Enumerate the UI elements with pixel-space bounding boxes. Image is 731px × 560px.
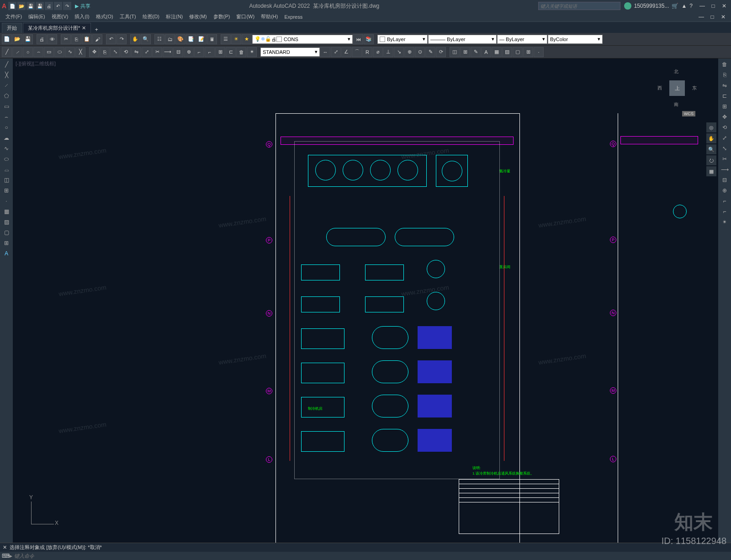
tb-block-create[interactable]: ⊞	[460, 47, 470, 57]
tb-dim-edit[interactable]: ✎	[425, 47, 435, 57]
tb-scale[interactable]: ⤢	[142, 47, 152, 57]
layer-dropdown[interactable]: 💡❄🔓🖨 CONS ▾	[252, 35, 353, 44]
tb-line[interactable]: ╱	[2, 47, 12, 57]
help-search-input[interactable]	[538, 2, 620, 10]
tb-break[interactable]: ⊟	[173, 47, 183, 57]
lt-polygon[interactable]: ⬠	[1, 91, 12, 101]
menu-insert[interactable]: 插入(I)	[72, 12, 92, 21]
rt-stretch[interactable]: ⤡	[719, 143, 730, 153]
menu-parametric[interactable]: 参数(P)	[211, 12, 233, 21]
viewcube-w[interactable]: 西	[657, 85, 662, 91]
tb-zoom[interactable]: 🔍	[141, 34, 151, 44]
viewcube-e[interactable]: 东	[692, 85, 697, 91]
tb-markup[interactable]: 📝	[196, 34, 207, 44]
lt-arc[interactable]: ⌢	[1, 112, 12, 122]
tb-fillet[interactable]: ⌐	[205, 47, 215, 57]
menu-view[interactable]: 视图(V)	[49, 12, 71, 21]
tb-hatch[interactable]: ▦	[492, 47, 502, 57]
tb-dim-linear[interactable]: ↔	[320, 47, 330, 57]
tb-table[interactable]: ⊞	[523, 47, 533, 57]
tb-sheet[interactable]: 📑	[186, 34, 196, 44]
layer-freeze-icon[interactable]: ☀	[231, 34, 241, 44]
rt-array[interactable]: ⊞	[719, 101, 730, 111]
wcs-label[interactable]: WCS	[682, 111, 695, 116]
tb-offset[interactable]: ⊏	[226, 47, 236, 57]
tb-dim-angular[interactable]: ∠	[341, 47, 351, 57]
help-icon[interactable]: ?	[689, 3, 693, 9]
tb-leader[interactable]: ↘	[394, 47, 404, 57]
menu-express[interactable]: Express	[281, 13, 305, 21]
lt-ellipsearc[interactable]: ⌓	[1, 164, 12, 174]
rt-erase[interactable]: 🗑	[719, 59, 730, 69]
viewcube-n[interactable]: 北	[674, 69, 678, 75]
lt-hatch[interactable]: ▦	[1, 206, 12, 217]
doc-maximize[interactable]: □	[707, 13, 717, 21]
rt-move[interactable]: ✥	[719, 112, 730, 122]
tb-pan[interactable]: ✋	[130, 34, 140, 44]
rt-fillet[interactable]: ⌐	[719, 206, 730, 217]
tab-add-button[interactable]: +	[92, 26, 101, 33]
tb-circle[interactable]: ○	[23, 47, 33, 57]
user-avatar[interactable]	[624, 2, 631, 10]
menu-draw[interactable]: 绘图(D)	[140, 12, 162, 21]
lt-pline[interactable]: ⟋	[1, 80, 12, 90]
menu-edit[interactable]: 编辑(E)	[26, 12, 48, 21]
textstyle-dropdown[interactable]: STANDARD▾	[260, 48, 320, 57]
nav-orbit[interactable]: ⭮	[706, 155, 716, 165]
qat-redo[interactable]: ↷	[63, 2, 71, 10]
qat-open[interactable]: 📂	[17, 2, 26, 10]
menu-file[interactable]: 文件(F)	[3, 12, 25, 21]
lt-table[interactable]: ⊞	[1, 238, 12, 248]
viewcube-s[interactable]: 南	[674, 101, 678, 108]
layer-state-icon[interactable]: 📚	[364, 34, 374, 44]
cart-icon[interactable]: 🛒	[672, 3, 678, 9]
tab-document[interactable]: 某冷库机房部分设计图* ✕	[23, 23, 91, 33]
tb-erase[interactable]: 🗑	[236, 47, 246, 57]
tb-redo[interactable]: ↷	[117, 34, 127, 44]
command-input[interactable]	[14, 553, 729, 559]
lt-mtext[interactable]: A	[1, 248, 12, 259]
tb-stretch[interactable]: ⤡	[110, 47, 120, 57]
tb-rect[interactable]: ▭	[44, 47, 54, 57]
rt-rotate[interactable]: ⟲	[719, 122, 730, 132]
tb-explode[interactable]: ✴	[247, 47, 257, 57]
tb-extend[interactable]: ⟶	[163, 47, 173, 57]
menu-window[interactable]: 窗口(W)	[233, 12, 257, 21]
cmd-close-icon[interactable]: ✕	[3, 544, 7, 550]
tb-chamfer[interactable]: ⌐	[194, 47, 204, 57]
tb-pline[interactable]: ⟋	[12, 47, 22, 57]
tb-dim-ord[interactable]: ⊥	[383, 47, 393, 57]
nav-showmotion[interactable]: ▦	[706, 166, 716, 176]
tb-tolerance[interactable]: ⊕	[404, 47, 414, 57]
menu-dimension[interactable]: 标注(N)	[163, 12, 185, 21]
tb-open[interactable]: 📂	[12, 34, 22, 44]
lt-point[interactable]: ·	[1, 196, 12, 206]
menu-help[interactable]: 帮助(H)	[258, 12, 281, 21]
qat-save[interactable]: 💾	[26, 2, 35, 10]
tb-gradient[interactable]: ▨	[502, 47, 512, 57]
lt-line[interactable]: ╱	[1, 59, 12, 69]
nav-wheel[interactable]: ◎	[706, 122, 716, 132]
rt-join[interactable]: ⊕	[719, 185, 730, 195]
minimize-button[interactable]: —	[697, 2, 707, 10]
layer-prev-icon[interactable]: ⏮	[353, 34, 363, 44]
lt-rect[interactable]: ▭	[1, 101, 12, 111]
tb-block-insert[interactable]: ◫	[450, 47, 460, 57]
tb-dim-update[interactable]: ⟳	[436, 47, 446, 57]
tb-rotate[interactable]: ⟲	[121, 47, 131, 57]
share-button[interactable]: ▶ 共享	[75, 3, 90, 10]
rt-chamfer[interactable]: ⌐	[719, 196, 730, 206]
lt-make[interactable]: ⊞	[1, 185, 12, 195]
tb-match[interactable]: 🖌	[92, 34, 102, 44]
lt-circle[interactable]: ○	[1, 122, 12, 132]
tb-print[interactable]: 🖨	[37, 34, 47, 44]
lineweight-dropdown[interactable]: — ByLayer▾	[497, 35, 547, 44]
tb-centermark[interactable]: ⊙	[415, 47, 425, 57]
tb-move[interactable]: ✥	[89, 47, 99, 57]
tb-dim-diameter[interactable]: ⌀	[373, 47, 383, 57]
tb-dim-radius[interactable]: R	[362, 47, 372, 57]
plotstyle-dropdown[interactable]: ByColor▾	[548, 35, 603, 44]
rt-mirror[interactable]: ⇋	[719, 80, 730, 90]
command-line[interactable]: ⌨ ▸	[0, 552, 731, 560]
qat-saveas[interactable]: 💾	[36, 2, 44, 10]
